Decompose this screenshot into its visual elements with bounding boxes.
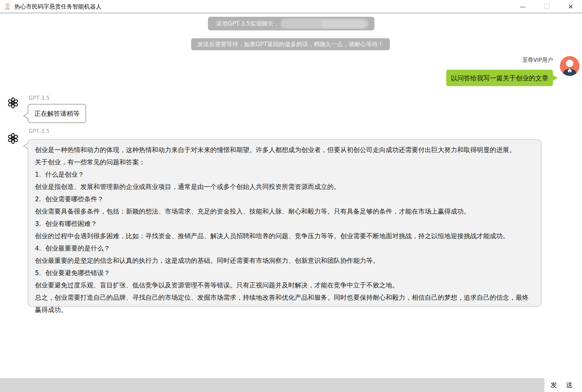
answer-line: 5. 创业要避免哪些错误？	[35, 267, 534, 279]
answer-line: 创业是一种热情和动力的体现，这种热情和动力来自于对未来的憧憬和期望。许多人都想成…	[35, 144, 534, 156]
answer-line: 创业是指创造、发展和管理新的企业或商业项目，通常是由一个或多个创始人共同投资所需…	[35, 180, 534, 193]
answer-line: 4. 创业最重要的是什么？	[35, 242, 534, 254]
redacted-blur	[321, 20, 365, 28]
bot-status-text: 正在解答请稍等	[34, 110, 80, 117]
answer-line: 创业的过程中会遇到很多困难，比如：寻找资金、推销产品、解决人员招聘和培养的问题、…	[35, 230, 534, 242]
answer-line: 2. 创业需要哪些条件？	[35, 193, 534, 205]
title-bar: 热心市民码字悬赏任务智能机器人 — ✕	[0, 0, 582, 13]
answer-line: 创业要避免过度乐观、盲目扩张、低估竞争以及资源管理不善等错误。只有正视问题并及时…	[35, 279, 534, 291]
notice-chat-engine-text: 采用GPT-3.5实现聊天，	[216, 20, 279, 27]
answer-line: 创业最重要的是坚定的信念和认真的执行力，这是成功的基础。同时还需要有市场洞察力、…	[35, 254, 534, 267]
bot-answer-text: 创业是一种热情和动力的体现，这种热情和动力来自于对未来的憧憬和期望。许多人都想成…	[35, 144, 534, 316]
bot-bubble-tail	[24, 144, 28, 148]
openai-logo-icon	[7, 97, 19, 109]
send-button[interactable]: 发 送	[544, 378, 582, 392]
bot-answer-bubble: 创业是一种热情和动力的体现，这种热情和动力来自于对未来的憧憬和期望。许多人都想成…	[28, 139, 541, 307]
person-icon	[560, 56, 580, 76]
window-title: 热心市民码字悬赏任务智能机器人	[14, 3, 102, 11]
app-icon	[3, 2, 12, 11]
app-window: 热心市民码字悬赏任务智能机器人 — ✕ 采用GPT-3.5实现聊天， 发送后需要…	[0, 0, 582, 392]
answer-line: 总之，创业需要打造自己的品牌、寻找自己的市场定位、发掘市场需求，持续地改善和优化…	[35, 291, 534, 316]
user-message-text: 以问答给我写一篇关于创业的文章	[451, 74, 548, 82]
maximize-icon	[544, 4, 550, 9]
user-bubble-tail	[553, 75, 558, 81]
notice-wait-tip: 发送后需要等待，如果GPT返回的值多的话，稍微久一点，请耐心等待！	[191, 38, 390, 50]
bot-status-bubble: 正在解答请稍等	[28, 104, 86, 123]
answer-line: 创业需要具备很多条件，包括：新颖的想法、市场需求、充足的资金投入、技能和人脉、耐…	[35, 205, 534, 217]
message-input[interactable]	[0, 378, 544, 392]
notice-chat-engine: 采用GPT-3.5实现聊天，	[208, 17, 374, 30]
answer-line: 3. 创业有哪些困难？	[35, 217, 534, 230]
vip-user-badge: 至尊VIP用户	[523, 57, 553, 64]
maximize-button[interactable]	[539, 0, 555, 13]
answer-line: 关于创业，有一些常见的问题和答案：	[35, 156, 534, 168]
bot-name-label: GPT-3.5	[29, 95, 50, 101]
user-avatar	[560, 56, 580, 76]
close-button[interactable]: ✕	[563, 0, 579, 13]
bot-name-label: GPT-3.5	[29, 128, 50, 134]
answer-line: 1. 什么是创业？	[35, 168, 534, 180]
user-message-bubble: 以问答给我写一篇关于创业的文章	[446, 70, 553, 86]
minimize-button[interactable]: —	[515, 0, 531, 13]
openai-logo-icon	[7, 132, 19, 145]
bot-bubble-tail	[24, 113, 28, 118]
